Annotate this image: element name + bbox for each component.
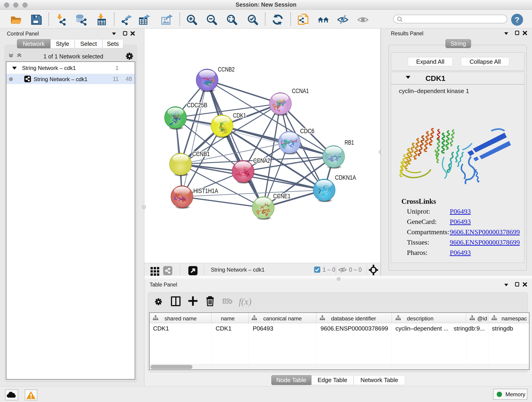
svg-text:CCNA1: CCNA1 <box>292 88 309 95</box>
svg-text:CCNB1: CCNB1 <box>192 151 210 157</box>
svg-text:RB1: RB1 <box>345 139 354 146</box>
svg-text:CCNE1: CCNE1 <box>273 193 291 200</box>
svg-text:CDKN1A: CDKN1A <box>335 174 356 181</box>
svg-text:CCNA2: CCNA2 <box>253 157 270 164</box>
svg-text:CDC6: CDC6 <box>300 128 314 134</box>
svg-text:CCNB2: CCNB2 <box>218 66 234 73</box>
svg-text:CDC25B: CDC25B <box>187 102 207 109</box>
svg-text:CDK1: CDK1 <box>233 112 246 119</box>
svg-text:HIST1H1A: HIST1H1A <box>193 187 218 194</box>
